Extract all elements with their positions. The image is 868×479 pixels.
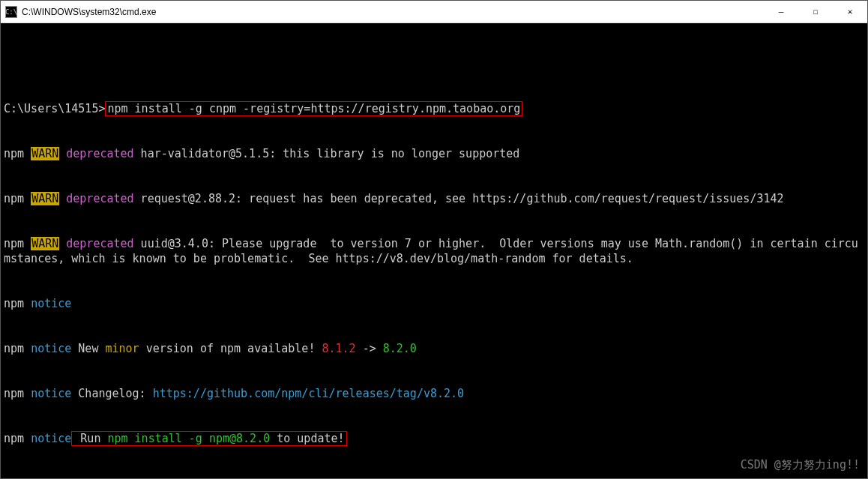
cmd-icon: C:\ [5, 6, 17, 18]
warn-badge: WARN [31, 147, 59, 160]
titlebar[interactable]: C:\ C:\WINDOWS\system32\cmd.exe — ☐ ✕ [1, 1, 867, 23]
window-controls: — ☐ ✕ [764, 1, 867, 22]
deprecated-label: deprecated [66, 147, 133, 160]
highlighted-command-1: npm install -g cnpm -registry=https://re… [105, 101, 522, 116]
terminal-body[interactable]: C:\Users\14515>npm install -g cnpm -regi… [1, 23, 867, 478]
prompt: C:\Users\14515> [4, 102, 105, 115]
maximize-button[interactable]: ☐ [798, 1, 833, 22]
npm-label: npm [4, 147, 24, 160]
cmd-window: C:\ C:\WINDOWS\system32\cmd.exe — ☐ ✕ C:… [0, 0, 868, 479]
notice-label: notice [31, 297, 71, 310]
highlighted-command-2: Run npm install -g npm@8.2.0 to update! [71, 431, 346, 446]
window-title: C:\WINDOWS\system32\cmd.exe [22, 7, 764, 17]
minimize-button[interactable]: — [764, 1, 798, 22]
watermark: CSDN @努力努力ing!! [741, 457, 860, 472]
close-button[interactable]: ✕ [833, 1, 867, 22]
